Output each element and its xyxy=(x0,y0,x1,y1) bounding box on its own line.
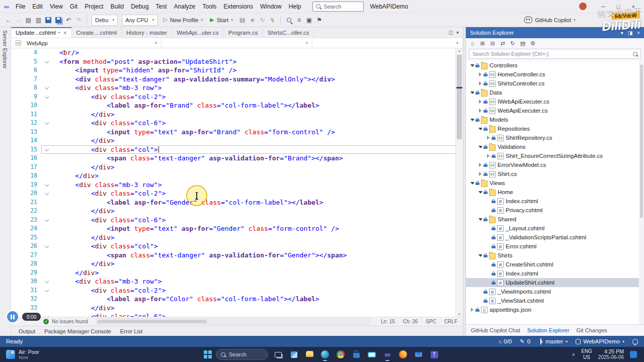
tool-tab-github-copilot-chat[interactable]: GitHub Copilot Chat xyxy=(471,327,520,333)
tab-close-icon[interactable]: × xyxy=(63,30,66,36)
expander-icon[interactable] xyxy=(469,92,475,94)
expander-icon[interactable] xyxy=(485,154,492,158)
tree-item-appsettings-json[interactable]: appsettings.json xyxy=(466,305,644,314)
fold-chevron-icon[interactable] xyxy=(41,189,53,198)
tab-overflow-icon[interactable]: ▾ xyxy=(456,30,459,35)
fold-chevron-icon[interactable] xyxy=(41,83,53,93)
expander-icon[interactable] xyxy=(477,191,484,194)
expander-icon[interactable] xyxy=(477,72,484,76)
tree-item-shirtscontroller-cs[interactable]: ShirtsController.cs xyxy=(466,79,644,88)
pause-icon[interactable]: ▮▮ xyxy=(237,15,247,26)
health-status[interactable]: No issues found xyxy=(52,319,88,324)
code-line-15[interactable]: 15 <div class="col"> xyxy=(11,145,463,154)
taskbar-widgets-icon[interactable] xyxy=(288,348,300,361)
show-all-files-icon[interactable]: ▤ xyxy=(518,39,527,48)
block-selection-icon[interactable]: ▣ xyxy=(304,15,314,26)
code-line-27[interactable]: 27 <span class="text-danger" asp-validat… xyxy=(11,251,463,260)
code-line-23[interactable]: 23 <div class="col-6"> xyxy=(11,216,463,225)
code-line-22[interactable]: 22 </div> xyxy=(11,207,463,216)
fold-chevron-icon[interactable] xyxy=(41,145,53,154)
nav-back-icon[interactable]: ← xyxy=(3,15,13,26)
tree-item-viewstart-cshtml[interactable]: _ViewStart.cshtml xyxy=(466,296,644,305)
taskbar-edge-icon[interactable] xyxy=(319,348,331,361)
taskbar-bilibili-icon[interactable] xyxy=(366,348,378,361)
windows-start-button[interactable] xyxy=(204,350,212,358)
user-avatar[interactable] xyxy=(579,3,587,10)
code-line-24[interactable]: 24 <input type="text" asp-for="Gender" c… xyxy=(11,224,463,233)
code-line-20[interactable]: 20 <div class="col-2"> xyxy=(11,189,463,198)
git-sync-status[interactable]: ↑↓ 0/0 xyxy=(498,338,512,344)
expander-icon[interactable] xyxy=(477,163,484,167)
menu-project[interactable]: Project xyxy=(81,3,107,10)
code-line-29[interactable]: 29 </div> xyxy=(11,268,463,278)
code-line-4[interactable]: 4<br/> xyxy=(11,48,463,57)
expander-icon[interactable] xyxy=(469,308,475,312)
taskbar-mail-icon[interactable] xyxy=(413,348,425,361)
scrollbar-thumb[interactable] xyxy=(457,55,462,139)
tree-item-iwebapiexecuter-cs[interactable]: IWebApiExecuter.cs xyxy=(466,97,644,106)
code-line-21[interactable]: 21 <label asp-for="Gender" class="col-fo… xyxy=(11,198,463,207)
taskbar-search[interactable]: Search xyxy=(216,349,268,360)
notifications-icon[interactable] xyxy=(632,339,638,344)
github-copilot-icon[interactable] xyxy=(524,17,532,23)
indent-mode-indicator[interactable]: SPC xyxy=(426,319,436,324)
expander-icon[interactable] xyxy=(469,64,475,67)
save-icon[interactable] xyxy=(43,15,53,26)
code-line-32[interactable]: 32 <label asp-for="Color" class="col-for… xyxy=(11,295,463,304)
fold-chevron-icon[interactable] xyxy=(41,119,53,128)
code-line-19[interactable]: 19 <div class="mb-3 row"> xyxy=(11,180,463,190)
taskbar-clock[interactable]: 4:25 PM 2025-06-06 xyxy=(598,348,624,361)
expander-icon[interactable] xyxy=(477,128,484,130)
platform-dropdown[interactable]: Any CPU ▾ xyxy=(122,15,157,26)
tree-item-updateshirt-cshtml[interactable]: UpdateShirt.cshtml xyxy=(466,278,644,287)
expander-icon[interactable] xyxy=(477,146,484,148)
home-icon[interactable]: ⌂ xyxy=(468,39,477,48)
fold-chevron-icon[interactable] xyxy=(41,312,53,317)
member-dropdown[interactable]: ▾ xyxy=(312,38,463,48)
tree-item-views[interactable]: Views xyxy=(466,178,644,188)
code-line-9[interactable]: 9 <div class="col-2"> xyxy=(11,93,463,102)
doc-tab-history-master[interactable]: History - master xyxy=(122,27,172,38)
editor-horizontal-scrollbar[interactable] xyxy=(96,318,370,325)
expander-icon[interactable] xyxy=(477,100,484,104)
solution-search-box[interactable]: Search Solution Explorer (Ctrl+;) xyxy=(469,49,641,59)
expand-all-icon[interactable]: ⊞ xyxy=(478,39,487,48)
taskbar-weather-widget[interactable]: Air: Poor Now xyxy=(0,349,39,360)
taskbar-task-view-icon[interactable] xyxy=(272,348,284,361)
properties-icon[interactable]: ⚙ xyxy=(528,39,537,48)
code-line-12[interactable]: 12 <div class="col-6"> xyxy=(11,119,463,128)
code-line-25[interactable]: 25 </div> xyxy=(11,233,463,242)
outline-icon[interactable]: ≡ xyxy=(294,15,304,26)
sync-with-active-document-icon[interactable]: ⇄ xyxy=(498,39,507,48)
new-file-icon[interactable]: ▤ xyxy=(23,15,33,26)
taskbar-file-explorer-icon[interactable] xyxy=(303,348,315,361)
git-repository-selector[interactable]: WebAPIDemo ▾ xyxy=(576,338,624,344)
fold-chevron-icon[interactable] xyxy=(41,277,53,286)
tree-item-homecontroller-cs[interactable]: HomeController.cs xyxy=(466,70,644,79)
fold-chevron-icon[interactable] xyxy=(41,216,53,225)
git-branch-selector[interactable]: master ▾ xyxy=(538,338,568,344)
expander-icon[interactable] xyxy=(477,109,484,113)
tree-item-home[interactable]: Home xyxy=(466,188,644,197)
expander-icon[interactable] xyxy=(477,81,484,85)
menu-edit[interactable]: Edit xyxy=(29,3,46,10)
tree-item-models[interactable]: Models xyxy=(466,115,644,124)
code-editor[interactable]: 4<br/>5<form method="post" asp-action="U… xyxy=(11,48,463,317)
close-icon[interactable]: × xyxy=(637,30,640,36)
taskbar-visual-studio-icon[interactable] xyxy=(381,348,393,361)
menu-analyze[interactable]: Analyze xyxy=(171,3,199,10)
close-button[interactable]: × xyxy=(626,4,641,10)
doc-tab-shirtsc-oller-cs[interactable]: ShirtsC...oller.cs xyxy=(263,27,314,38)
menu-test[interactable]: Test xyxy=(152,3,171,10)
tree-item-shared[interactable]: Shared xyxy=(466,215,644,224)
split-window-icon[interactable]: ◫ xyxy=(449,30,453,35)
code-line-26[interactable]: 26 <div class="col"> xyxy=(11,242,463,251)
open-file-icon[interactable]: ▥ xyxy=(33,15,43,26)
tree-item-validations[interactable]: Validations xyxy=(466,142,644,151)
code-line-17[interactable]: 17 </div> xyxy=(11,163,463,172)
pause-button[interactable] xyxy=(6,310,19,323)
undo-icon[interactable]: ↶ xyxy=(63,15,73,26)
github-copilot-label[interactable]: GitHub Copilot xyxy=(535,17,571,23)
line-ending-indicator[interactable]: CRLF xyxy=(444,319,457,324)
maximize-button[interactable]: □ xyxy=(611,4,626,10)
